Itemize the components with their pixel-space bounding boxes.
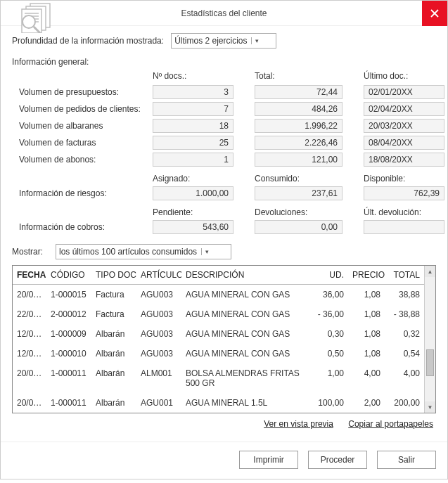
cell-fecha: 20/03... bbox=[13, 393, 46, 413]
col-head-last: Último doc.: bbox=[364, 71, 444, 82]
window-title: Estadísticas del cliente bbox=[181, 8, 267, 18]
cell-tipo: Albarán bbox=[91, 324, 136, 344]
articles-table-wrap: FECHA CÓDIGO TIPO DOC. ARTÍCULO DESCRIPC… bbox=[12, 265, 436, 413]
cell-codigo: 1-000009 bbox=[46, 324, 91, 344]
row-label: Volumen de abonos: bbox=[12, 155, 153, 165]
risk-consumido: 237,61 bbox=[255, 186, 343, 200]
row-label: Volumen de facturas bbox=[12, 138, 153, 148]
col-head-total: Total: bbox=[255, 71, 343, 82]
th-fecha[interactable]: FECHA bbox=[13, 266, 46, 285]
cell-codigo: 1-000011 bbox=[46, 393, 91, 413]
cell-tipo: Albarán bbox=[91, 393, 136, 413]
cell-codigo: 1-000010 bbox=[46, 344, 91, 363]
mostrar-select[interactable]: los últimos 100 artículos consumidos ▾ bbox=[56, 244, 231, 259]
cobros-ult bbox=[364, 220, 444, 234]
cell-articulo: ALM001 bbox=[136, 363, 181, 393]
th-codigo[interactable]: CÓDIGO bbox=[46, 266, 91, 285]
window: Estadísticas del cliente Profundidad de … bbox=[0, 0, 448, 479]
cell-articulo: AGU003 bbox=[136, 324, 181, 344]
row-total: 121,00 bbox=[255, 153, 343, 167]
th-total[interactable]: TOTAL bbox=[385, 266, 424, 285]
scroll-down-icon[interactable]: ▼ bbox=[425, 401, 435, 413]
cell-total: 4,00 bbox=[385, 363, 424, 393]
cobros-head-pendiente: Pendiente: bbox=[153, 203, 233, 217]
cell-articulo: AGU003 bbox=[136, 304, 181, 324]
cell-fecha: 12/03... bbox=[13, 324, 46, 344]
row-label: Volumen de presupuestos: bbox=[12, 87, 153, 97]
risk-head-disponible: Disponible: bbox=[364, 169, 444, 183]
row-docs: 25 bbox=[153, 136, 233, 150]
cell-fecha: 22/02... bbox=[13, 304, 46, 324]
cell-total: - 38,88 bbox=[385, 304, 424, 324]
cell-fecha: 20/03... bbox=[13, 363, 46, 393]
cell-desc: AGUA MINERAL CON GAS bbox=[181, 285, 312, 305]
cell-ud: - 36,00 bbox=[312, 304, 348, 324]
depth-select-value: Últimos 2 ejercicios bbox=[174, 36, 247, 46]
mostrar-label: Mostrar: bbox=[12, 247, 43, 257]
row-total: 2.226,46 bbox=[255, 136, 343, 150]
cell-desc: AGUA MINERAL CON GAS bbox=[181, 324, 312, 344]
cell-total: 200,00 bbox=[385, 393, 424, 413]
proceed-button[interactable]: Proceder bbox=[308, 451, 367, 469]
th-articulo[interactable]: ARTÍCULO bbox=[136, 266, 181, 285]
row-last: 18/08/20XX bbox=[364, 153, 444, 167]
cell-ud: 0,50 bbox=[312, 344, 348, 363]
cell-ud: 1,00 bbox=[312, 363, 348, 393]
row-last: 02/01/20XX bbox=[364, 85, 444, 99]
chevron-down-icon: ▾ bbox=[201, 248, 209, 255]
th-precio[interactable]: PRECIO bbox=[348, 266, 385, 285]
table-row[interactable]: 22/02...2-000012FacturaAGU003AGUA MINERA… bbox=[13, 304, 424, 324]
table-row[interactable]: 12/03...1-000010AlbaránAGU003AGUA MINERA… bbox=[13, 344, 424, 363]
titlebar: Estadísticas del cliente bbox=[1, 1, 447, 26]
row-total: 484,26 bbox=[255, 102, 343, 116]
chevron-down-icon: ▾ bbox=[251, 37, 259, 44]
row-total: 1.996,22 bbox=[255, 119, 343, 133]
th-tipo[interactable]: TIPO DOC. bbox=[91, 266, 136, 285]
button-row: Imprimir Proceder Salir bbox=[1, 442, 447, 479]
cell-tipo: Albarán bbox=[91, 344, 136, 363]
cell-articulo: AGU003 bbox=[136, 344, 181, 363]
row-last: 08/04/20XX bbox=[364, 136, 444, 150]
print-button[interactable]: Imprimir bbox=[239, 451, 298, 469]
cell-desc: AGUA MINERAL CON GAS bbox=[181, 304, 312, 324]
svg-point-7 bbox=[23, 15, 35, 28]
table-row[interactable]: 20/03...1-000011AlbaránALM001BOLSA ALMEN… bbox=[13, 363, 424, 393]
cell-desc: AGUA MINERAL CON GAS bbox=[181, 344, 312, 363]
th-ud[interactable]: UD. bbox=[312, 266, 348, 285]
exit-button[interactable]: Salir bbox=[377, 451, 436, 469]
risk-disponible: 762,39 bbox=[364, 186, 444, 200]
close-button[interactable] bbox=[422, 1, 447, 26]
risk-head-asignado: Asignado: bbox=[153, 169, 233, 183]
col-head-docs: Nº docs.: bbox=[153, 71, 233, 82]
cell-codigo: 2-000012 bbox=[46, 304, 91, 324]
row-label: Volumen de albaranes bbox=[12, 121, 153, 131]
cell-ud: 0,30 bbox=[312, 324, 348, 344]
cobros-devoluciones: 0,00 bbox=[255, 220, 343, 234]
cell-tipo: Albarán bbox=[91, 363, 136, 393]
table-row[interactable]: 20/02...1-000015FacturaAGU003AGUA MINERA… bbox=[13, 285, 424, 305]
cell-fecha: 20/02... bbox=[13, 285, 46, 305]
cell-articulo: AGU003 bbox=[136, 285, 181, 305]
cobros-pendiente: 543,60 bbox=[153, 220, 233, 234]
depth-select[interactable]: Últimos 2 ejercicios ▾ bbox=[171, 33, 276, 49]
preview-link[interactable]: Ver en vista previa bbox=[264, 419, 333, 429]
cell-codigo: 1-000015 bbox=[46, 285, 91, 305]
cell-precio: 2,00 bbox=[348, 393, 385, 413]
row-docs: 7 bbox=[153, 102, 233, 116]
scroll-up-icon[interactable]: ▲ bbox=[425, 266, 435, 277]
articles-table: FECHA CÓDIGO TIPO DOC. ARTÍCULO DESCRIPC… bbox=[13, 266, 424, 413]
cell-ud: 100,00 bbox=[312, 393, 348, 413]
risk-asignado: 1.000,00 bbox=[153, 186, 233, 200]
table-row[interactable]: 20/03...1-000011AlbaránAGU001AGUA MINERA… bbox=[13, 393, 424, 413]
scrollbar[interactable]: ▲ ▼ bbox=[424, 266, 435, 413]
cell-tipo: Factura bbox=[91, 285, 136, 305]
mostrar-select-value: los últimos 100 artículos consumidos bbox=[59, 247, 197, 257]
cell-precio: 1,08 bbox=[348, 285, 385, 305]
table-row[interactable]: 12/03...1-000009AlbaránAGU003AGUA MINERA… bbox=[13, 324, 424, 344]
row-label: Volumen de pedidos de clientes: bbox=[12, 104, 153, 114]
cell-tipo: Factura bbox=[91, 304, 136, 324]
th-desc[interactable]: DESCRIPCIÓN bbox=[181, 266, 312, 285]
cell-fecha: 12/03... bbox=[13, 344, 46, 363]
scroll-thumb[interactable] bbox=[425, 278, 435, 401]
copy-link[interactable]: Copiar al portapapeles bbox=[348, 419, 433, 429]
